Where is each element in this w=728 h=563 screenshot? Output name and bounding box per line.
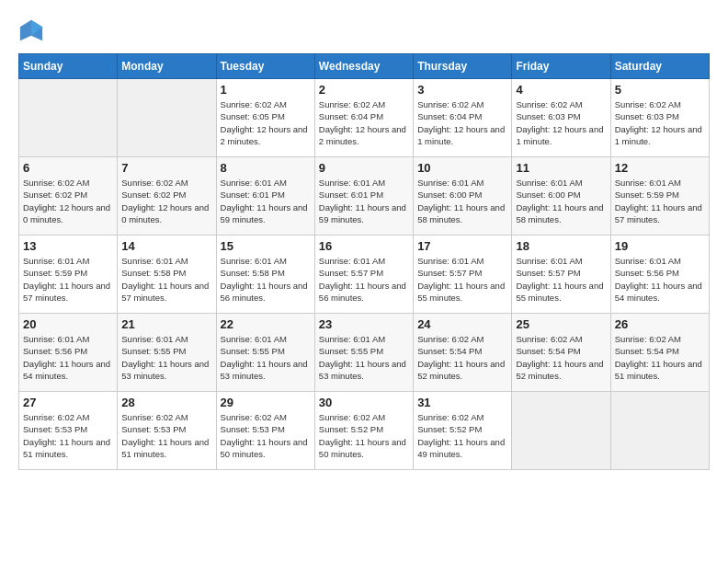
calendar-cell: 19Sunrise: 6:01 AM Sunset: 5:56 PM Dayli…: [610, 236, 709, 314]
day-number: 27: [23, 396, 113, 409]
day-content: Sunrise: 6:01 AM Sunset: 5:57 PM Dayligh…: [319, 255, 409, 304]
week-row-1: 1Sunrise: 6:02 AM Sunset: 6:05 PM Daylig…: [19, 79, 710, 157]
day-content: Sunrise: 6:01 AM Sunset: 5:57 PM Dayligh…: [417, 255, 507, 304]
day-number: 12: [615, 161, 705, 175]
header-cell-friday: Friday: [512, 54, 610, 79]
calendar-cell: [118, 79, 216, 157]
calendar-cell: 29Sunrise: 6:02 AM Sunset: 5:53 PM Dayli…: [216, 392, 314, 470]
day-content: Sunrise: 6:02 AM Sunset: 6:04 PM Dayligh…: [417, 98, 507, 147]
header-cell-monday: Monday: [118, 54, 216, 79]
day-content: Sunrise: 6:02 AM Sunset: 6:05 PM Dayligh…: [221, 98, 311, 147]
calendar-cell: 16Sunrise: 6:01 AM Sunset: 5:57 PM Dayli…: [314, 236, 413, 314]
day-number: 11: [516, 161, 606, 175]
day-number: 31: [417, 396, 507, 409]
day-number: 22: [221, 317, 311, 331]
calendar-cell: 21Sunrise: 6:01 AM Sunset: 5:55 PM Dayli…: [118, 314, 216, 392]
calendar-cell: 11Sunrise: 6:01 AM Sunset: 6:00 PM Dayli…: [512, 157, 610, 236]
day-number: 19: [615, 239, 705, 253]
calendar-cell: 25Sunrise: 6:02 AM Sunset: 5:54 PM Dayli…: [512, 314, 610, 392]
calendar-cell: 2Sunrise: 6:02 AM Sunset: 6:04 PM Daylig…: [314, 79, 413, 157]
header-cell-tuesday: Tuesday: [216, 54, 314, 79]
calendar-cell: 13Sunrise: 6:01 AM Sunset: 5:59 PM Dayli…: [19, 236, 118, 314]
calendar-cell: 14Sunrise: 6:01 AM Sunset: 5:58 PM Dayli…: [118, 236, 216, 314]
day-number: 6: [23, 161, 113, 175]
day-content: Sunrise: 6:01 AM Sunset: 6:00 PM Dayligh…: [417, 177, 507, 225]
day-content: Sunrise: 6:02 AM Sunset: 5:52 PM Dayligh…: [417, 411, 507, 460]
week-row-5: 27Sunrise: 6:02 AM Sunset: 5:53 PM Dayli…: [19, 392, 710, 470]
header-cell-thursday: Thursday: [414, 54, 512, 79]
day-number: 29: [221, 396, 311, 409]
day-content: Sunrise: 6:01 AM Sunset: 6:00 PM Dayligh…: [516, 177, 606, 225]
day-number: 18: [516, 239, 606, 253]
calendar-cell: 23Sunrise: 6:01 AM Sunset: 5:55 PM Dayli…: [314, 314, 413, 392]
calendar-cell: 28Sunrise: 6:02 AM Sunset: 5:53 PM Dayli…: [118, 392, 216, 470]
day-content: Sunrise: 6:02 AM Sunset: 5:54 PM Dayligh…: [516, 333, 606, 382]
day-number: 15: [221, 239, 311, 253]
day-number: 17: [417, 239, 507, 253]
week-row-2: 6Sunrise: 6:02 AM Sunset: 6:02 PM Daylig…: [19, 157, 710, 236]
logo: [18, 18, 48, 44]
calendar-cell: 12Sunrise: 6:01 AM Sunset: 5:59 PM Dayli…: [610, 157, 709, 236]
day-content: Sunrise: 6:02 AM Sunset: 6:02 PM Dayligh…: [121, 177, 211, 225]
day-content: Sunrise: 6:02 AM Sunset: 5:54 PM Dayligh…: [417, 333, 507, 382]
day-number: 4: [516, 83, 606, 97]
week-row-4: 20Sunrise: 6:01 AM Sunset: 5:56 PM Dayli…: [19, 314, 710, 392]
day-number: 30: [319, 396, 409, 409]
calendar-cell: 24Sunrise: 6:02 AM Sunset: 5:54 PM Dayli…: [414, 314, 512, 392]
calendar-cell: 27Sunrise: 6:02 AM Sunset: 5:53 PM Dayli…: [19, 392, 118, 470]
day-content: Sunrise: 6:01 AM Sunset: 5:56 PM Dayligh…: [615, 255, 705, 304]
calendar-cell: 6Sunrise: 6:02 AM Sunset: 6:02 PM Daylig…: [19, 157, 118, 236]
day-number: 26: [615, 317, 705, 331]
calendar-cell: 30Sunrise: 6:02 AM Sunset: 5:52 PM Dayli…: [314, 392, 413, 470]
day-content: Sunrise: 6:01 AM Sunset: 5:55 PM Dayligh…: [221, 333, 311, 382]
day-content: Sunrise: 6:02 AM Sunset: 5:54 PM Dayligh…: [615, 333, 705, 382]
calendar-cell: 4Sunrise: 6:02 AM Sunset: 6:03 PM Daylig…: [512, 79, 610, 157]
day-number: 13: [23, 239, 113, 253]
day-content: Sunrise: 6:01 AM Sunset: 6:01 PM Dayligh…: [221, 177, 311, 225]
calendar-cell: 26Sunrise: 6:02 AM Sunset: 5:54 PM Dayli…: [610, 314, 709, 392]
day-content: Sunrise: 6:01 AM Sunset: 6:01 PM Dayligh…: [319, 177, 409, 225]
day-content: Sunrise: 6:02 AM Sunset: 5:52 PM Dayligh…: [319, 411, 409, 460]
calendar-cell: 9Sunrise: 6:01 AM Sunset: 6:01 PM Daylig…: [314, 157, 413, 236]
day-number: 2: [319, 83, 409, 97]
day-number: 1: [221, 83, 311, 97]
day-number: 3: [417, 83, 507, 97]
calendar-cell: 31Sunrise: 6:02 AM Sunset: 5:52 PM Dayli…: [414, 392, 512, 470]
header-cell-wednesday: Wednesday: [314, 54, 413, 79]
day-number: 7: [121, 161, 211, 175]
day-number: 24: [417, 317, 507, 331]
day-number: 5: [615, 83, 705, 97]
calendar-cell: 20Sunrise: 6:01 AM Sunset: 5:56 PM Dayli…: [19, 314, 118, 392]
calendar-cell: 8Sunrise: 6:01 AM Sunset: 6:01 PM Daylig…: [216, 157, 314, 236]
calendar-cell: 3Sunrise: 6:02 AM Sunset: 6:04 PM Daylig…: [414, 79, 512, 157]
calendar-cell: [610, 392, 709, 470]
calendar-cell: 15Sunrise: 6:01 AM Sunset: 5:58 PM Dayli…: [216, 236, 314, 314]
day-number: 14: [121, 239, 211, 253]
calendar-cell: 5Sunrise: 6:02 AM Sunset: 6:03 PM Daylig…: [610, 79, 709, 157]
day-number: 20: [23, 317, 113, 331]
day-content: Sunrise: 6:01 AM Sunset: 5:55 PM Dayligh…: [319, 333, 409, 382]
day-content: Sunrise: 6:02 AM Sunset: 6:03 PM Dayligh…: [516, 98, 606, 147]
day-number: 16: [319, 239, 409, 253]
header-cell-saturday: Saturday: [610, 54, 709, 79]
calendar-cell: 17Sunrise: 6:01 AM Sunset: 5:57 PM Dayli…: [414, 236, 512, 314]
day-content: Sunrise: 6:01 AM Sunset: 5:58 PM Dayligh…: [121, 255, 211, 304]
logo-icon: [18, 18, 44, 44]
day-content: Sunrise: 6:02 AM Sunset: 6:03 PM Dayligh…: [615, 98, 705, 147]
day-number: 21: [121, 317, 211, 331]
calendar-cell: 22Sunrise: 6:01 AM Sunset: 5:55 PM Dayli…: [216, 314, 314, 392]
week-row-3: 13Sunrise: 6:01 AM Sunset: 5:59 PM Dayli…: [19, 236, 710, 314]
day-content: Sunrise: 6:01 AM Sunset: 5:55 PM Dayligh…: [121, 333, 211, 382]
calendar-cell: 1Sunrise: 6:02 AM Sunset: 6:05 PM Daylig…: [216, 79, 314, 157]
day-number: 8: [221, 161, 311, 175]
calendar-cell: 10Sunrise: 6:01 AM Sunset: 6:00 PM Dayli…: [414, 157, 512, 236]
day-content: Sunrise: 6:02 AM Sunset: 6:02 PM Dayligh…: [23, 177, 113, 225]
header-cell-sunday: Sunday: [19, 54, 118, 79]
calendar-cell: [512, 392, 610, 470]
day-number: 25: [516, 317, 606, 331]
day-content: Sunrise: 6:01 AM Sunset: 5:59 PM Dayligh…: [23, 255, 113, 304]
page-header: [18, 18, 710, 44]
day-number: 10: [417, 161, 507, 175]
day-content: Sunrise: 6:01 AM Sunset: 5:58 PM Dayligh…: [221, 255, 311, 304]
calendar-cell: [19, 79, 118, 157]
